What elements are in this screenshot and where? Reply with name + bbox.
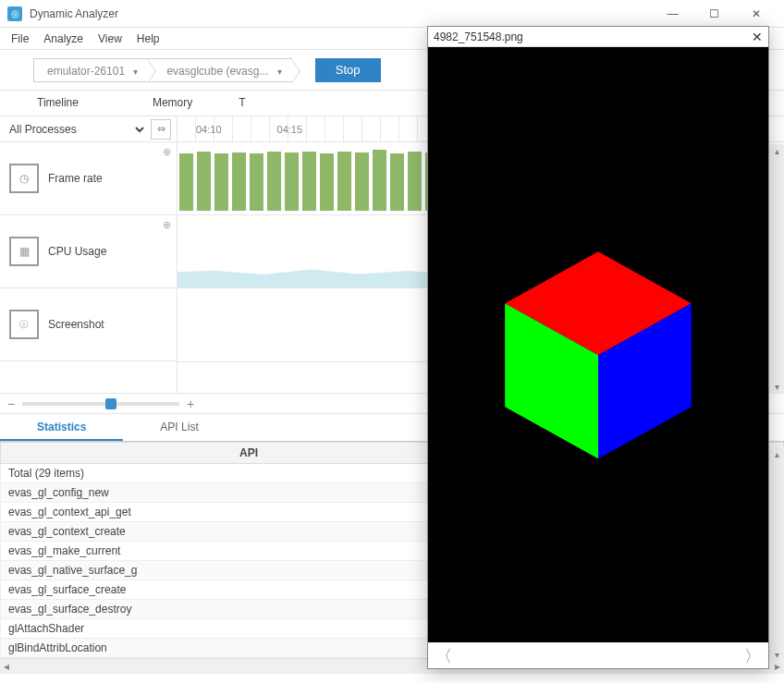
image-filename: 4982_751548.png [434, 30, 523, 43]
image-preview-footer: 〈 〉 [428, 642, 768, 668]
tab-statistics[interactable]: Statistics [0, 414, 123, 441]
frame-rate-bar [408, 152, 422, 211]
frame-rate-bar [337, 152, 351, 211]
scroll-up-icon[interactable]: ▴ [775, 146, 779, 156]
chevron-down-icon: ▾ [133, 67, 138, 77]
zoom-in-button[interactable]: + [185, 396, 196, 411]
scroll-left-icon[interactable]: ◂ [4, 660, 9, 673]
prev-image-button[interactable]: 〈 [435, 645, 452, 667]
cell-api: glAttachShader [1, 619, 497, 639]
camera-icon: ⦾ [9, 310, 39, 339]
scroll-down-icon[interactable]: ▾ [775, 650, 779, 660]
cell-api: evas_gl_config_new [1, 483, 497, 503]
menu-view[interactable]: View [91, 30, 129, 48]
tab-api-list[interactable]: API List [123, 414, 235, 441]
minimize-button[interactable]: — [652, 0, 693, 28]
close-button[interactable]: ✕ [735, 0, 777, 28]
ruler-tick: 04:15 [277, 124, 303, 135]
next-image-button[interactable]: 〉 [744, 645, 761, 667]
frame-rate-bar [320, 153, 334, 211]
cell-api: evas_gl_context_create [1, 522, 497, 542]
vertical-scrollbar[interactable]: ▴ ▾ [768, 144, 784, 394]
menu-help[interactable]: Help [129, 30, 167, 48]
frame-rate-bar [267, 152, 281, 211]
breadcrumb: emulator-26101 ▾ evasglcube (evasg... ▾ [33, 57, 291, 83]
zoom-thumb[interactable] [105, 398, 116, 409]
menu-analyze[interactable]: Analyze [36, 30, 91, 48]
panel-label: Frame rate [48, 172, 103, 185]
device-selector[interactable]: emulator-26101 ▾ [33, 58, 148, 82]
ruler-tick: 04:10 [196, 124, 222, 135]
magnify-icon[interactable]: ⊕ [163, 146, 171, 158]
tab-truncated[interactable]: T [229, 91, 254, 116]
window-title: Dynamic Analyzer [30, 7, 652, 20]
cell-api: evas_gl_make_current [1, 542, 497, 561]
scroll-right-icon[interactable]: ▸ [775, 660, 780, 673]
zoom-slider[interactable] [22, 402, 179, 406]
chevron-down-icon: ▾ [277, 67, 282, 77]
app-selector[interactable]: evasglcube (evasg... ▾ [147, 58, 291, 82]
cpu-icon: ▦ [9, 237, 39, 266]
frame-rate-bar [285, 152, 299, 211]
frame-rate-icon: ◷ [9, 164, 39, 193]
maximize-button[interactable]: ☐ [693, 0, 735, 28]
panel-label: Screenshot [48, 318, 104, 331]
image-preview-body [428, 47, 768, 642]
app-icon: ◎ [7, 6, 22, 21]
panel-frame-rate[interactable]: ◷ Frame rate ⊕ [0, 142, 177, 215]
frame-rate-bar [214, 153, 228, 211]
menu-file[interactable]: File [4, 30, 36, 48]
frame-rate-bar [390, 153, 404, 211]
cube-image [469, 215, 728, 474]
panel-cpu-usage[interactable]: ▦ CPU Usage ⊕ [0, 215, 177, 288]
stop-button[interactable]: Stop [315, 58, 381, 82]
cell-api: evas_gl_surface_destroy [1, 600, 497, 619]
app-label: evasglcube (evasg... [166, 65, 268, 78]
image-preview-window: 4982_751548.png ✕ 〈 〉 [427, 26, 769, 669]
frame-rate-bar [250, 153, 263, 211]
panel-label: CPU Usage [48, 245, 106, 258]
cell-api: evas_gl_surface_create [1, 580, 497, 600]
magnify-icon[interactable]: ⊕ [163, 219, 171, 231]
panel-screenshot[interactable]: ⦾ Screenshot [0, 288, 177, 361]
scroll-up-icon[interactable]: ▴ [775, 449, 779, 459]
scroll-down-icon[interactable]: ▾ [775, 382, 779, 392]
titlebar: ◎ Dynamic Analyzer — ☐ ✕ [0, 0, 784, 28]
zoom-out-button[interactable]: − [6, 396, 17, 411]
image-preview-header[interactable]: 4982_751548.png ✕ [428, 27, 768, 47]
cell-api: glBindAttribLocation [1, 639, 497, 658]
frame-rate-bar [302, 152, 316, 211]
process-selector-row: All Processes ⇔ [0, 116, 177, 142]
cell-api: evas_gl_context_api_get [1, 503, 497, 522]
tab-memory[interactable]: Memory [116, 91, 229, 116]
frame-rate-bar [179, 153, 193, 211]
tab-timeline[interactable]: Timeline [0, 91, 116, 116]
timeline-left-column: All Processes ⇔ ◷ Frame rate ⊕ ▦ CPU Usa… [0, 116, 178, 393]
frame-rate-bar [355, 152, 369, 211]
cell-api: evas_gl_native_surface_g [1, 561, 497, 580]
frame-rate-bar [373, 150, 386, 211]
vertical-scrollbar[interactable]: ▴ ▾ [768, 447, 784, 662]
close-icon[interactable]: ✕ [752, 30, 763, 44]
process-selector[interactable]: All Processes [6, 122, 147, 137]
fit-view-icon[interactable]: ⇔ [151, 119, 171, 140]
cell-api: Total (29 items) [1, 464, 497, 483]
frame-rate-bar [232, 152, 246, 211]
frame-rate-bar [197, 152, 211, 211]
device-label: emulator-26101 [47, 65, 125, 78]
col-api[interactable]: API [1, 443, 497, 464]
